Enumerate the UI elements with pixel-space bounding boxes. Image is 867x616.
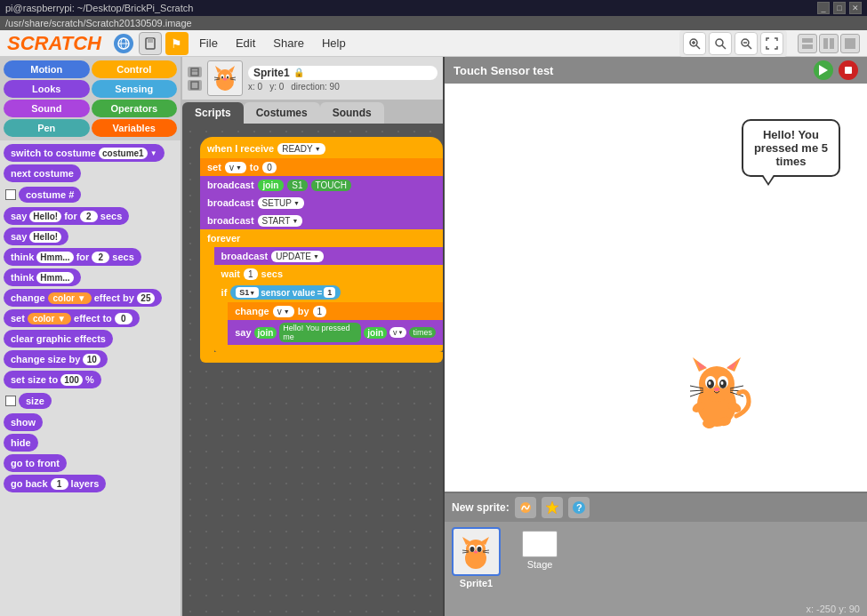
svg-rect-36 [845,67,852,74]
stage-controls [814,60,858,80]
fullscreen-btn[interactable] [760,32,783,55]
svg-point-9 [716,39,723,46]
block-think-for[interactable]: think Hmm... for 2 secs [4,248,141,266]
if-cap [214,345,443,352]
main-layout: Motion Control Looks Sensing Sound Opera… [0,57,867,616]
stop-button[interactable] [839,60,858,80]
block-set-size[interactable]: set size to 100 % [4,371,101,388]
block-show[interactable]: show [4,413,43,431]
sprite-name-bar: Sprite1 🔒 [248,66,438,80]
menu-file[interactable]: File [192,35,225,52]
category-motion[interactable]: Motion [4,60,90,78]
category-operators[interactable]: Operators [92,100,178,117]
block-set-effect[interactable]: set color ▼ effect to 0 [4,309,140,327]
block-forever[interactable]: forever [200,229,443,247]
block-broadcast-setup[interactable]: broadcast SETUP▼ [200,194,443,212]
new-sprite-star-btn[interactable] [542,497,563,518]
svg-line-6 [696,45,700,49]
minimize-btn[interactable]: _ [817,2,830,14]
new-sprite-question-btn[interactable]: ? [568,497,590,518]
block-go-back[interactable]: go back 1 layers [4,475,106,492]
svg-point-72 [474,551,478,554]
block-size[interactable]: size [4,391,53,411]
flag-button[interactable]: ⚑ [165,32,189,55]
language-button[interactable] [114,34,133,53]
svg-point-71 [478,547,482,552]
svg-text:?: ? [576,502,582,513]
stage-item[interactable]: Stage [522,527,558,570]
category-pen[interactable]: Pen [4,119,90,137]
green-flag-button[interactable] [814,60,833,80]
window-controls[interactable]: _ □ ✕ [817,2,862,14]
script-group-main: when I receive READY▼ set v▼ to 0 broadc… [200,137,443,363]
block-clear-effects[interactable]: clear graphic effects [4,330,113,348]
layout-btn-2[interactable] [819,34,839,53]
block-next-costume[interactable]: next costume [4,164,81,182]
svg-rect-17 [830,38,834,49]
save-button[interactable] [139,32,162,55]
svg-rect-14 [802,38,813,43]
sprite-x: x: 0 [248,82,262,92]
block-broadcast-update[interactable]: broadcast UPDATE▼ [214,247,443,265]
zoom-fit-btn[interactable] [709,32,732,55]
zoom-in-btn[interactable] [683,32,706,55]
block-if[interactable]: if S1▼ sensor value = 1 [214,283,443,302]
block-go-to-front[interactable]: go to front [4,454,67,472]
zoom-out-btn[interactable] [735,32,758,55]
svg-rect-18 [845,38,855,49]
forever-cap [200,352,443,363]
tab-sounds[interactable]: Sounds [320,102,384,124]
category-grid: Motion Control Looks Sensing Sound Opera… [0,57,181,140]
block-wait[interactable]: wait 1 secs [214,265,443,283]
block-set-v[interactable]: set v▼ to 0 [200,158,443,176]
maximize-btn[interactable]: □ [833,2,846,14]
cat-sprite [677,347,757,438]
script-tabs: Scripts Costumes Sounds [182,100,443,124]
block-switch-costume[interactable]: switch to costume costume1 ▼ [4,144,165,162]
forever-inner: broadcast UPDATE▼ wait 1 secs [214,247,443,352]
svg-point-47 [709,381,711,385]
menu-bar: SCRATCH ⚑ File Edit Share Help [0,30,867,57]
tab-costumes[interactable]: Costumes [244,102,320,124]
layout-btn-3[interactable] [840,34,860,53]
stage-thumbnail [522,531,558,557]
script-canvas[interactable]: when I receive READY▼ set v▼ to 0 broadc… [182,124,443,616]
category-looks[interactable]: Looks [4,80,90,98]
svg-marker-35 [819,65,828,76]
block-when-receive[interactable]: when I receive READY▼ [200,137,443,158]
block-say[interactable]: say Hello! [4,228,68,245]
block-say-for[interactable]: say Hello! for 2 secs [4,207,129,225]
file-title-bar: /usr/share/scratch/Scratch20130509.image [0,16,867,30]
if-left-rail [214,302,229,345]
category-variables[interactable]: Variables [92,119,178,137]
tab-scripts[interactable]: Scripts [182,102,244,124]
lock-icon: 🔒 [293,68,304,77]
block-broadcast-s1touch[interactable]: broadcast join S1 TOUCH [200,176,443,194]
menu-share[interactable]: Share [266,35,311,52]
block-broadcast-start[interactable]: broadcast START▼ [200,212,443,229]
block-hide[interactable]: hide [4,434,38,452]
block-change-v[interactable]: change v▼ by 1 [228,302,443,320]
menu-edit[interactable]: Edit [229,35,262,52]
menu-help[interactable]: Help [315,35,353,52]
block-say-join[interactable]: say join Hello! You pressed me join v▼ t… [228,320,443,345]
block-change-effect[interactable]: change color ▼ effect by 25 [4,289,162,307]
view-controls [679,30,787,57]
sprite-item-sprite1[interactable]: Sprite1 [452,527,501,588]
sprite-info: Sprite1 🔒 x: 0 y: 0 direction: 90 [248,66,438,92]
sprite-expand-btn[interactable] [188,67,202,77]
svg-point-38 [699,366,735,402]
close-btn[interactable]: ✕ [849,2,862,14]
stage-label: Stage [527,559,553,570]
category-sound[interactable]: Sound [4,100,90,117]
block-think[interactable]: think Hmm... [4,268,81,286]
layout-btn-1[interactable] [798,34,817,53]
block-list: switch to costume costume1 ▼ next costum… [0,140,181,616]
category-sensing[interactable]: Sensing [92,80,178,98]
stage-area: Touch Sensor test Hello! Youpressed me 5… [445,57,867,492]
sprite-collapse-btn[interactable] [188,80,202,91]
block-change-size[interactable]: change size by 10 [4,350,108,368]
category-control[interactable]: Control [92,60,178,78]
block-costume-num[interactable]: costume # [4,185,83,204]
new-sprite-paint-btn[interactable] [515,497,536,518]
